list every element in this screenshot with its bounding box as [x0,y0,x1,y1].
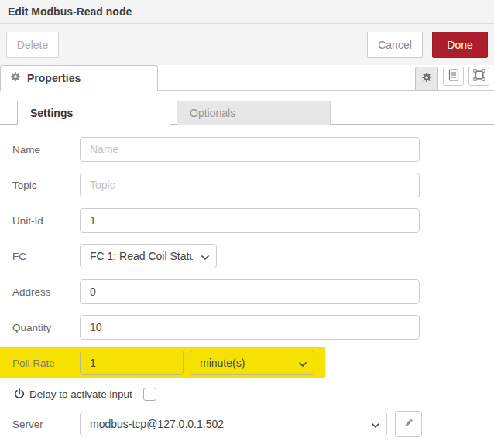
gear-icon [10,71,21,85]
done-button[interactable]: Done [432,32,488,58]
fc-row: FC FC 1: Read Coil Status [12,244,494,268]
server-select[interactable]: modbus-tcp@127.0.0.1:502 [80,412,387,436]
name-label: Name [12,144,80,156]
edit-server-button[interactable] [395,411,422,437]
tab-properties-label: Properties [27,72,81,84]
poll-rate-row: Poll Rate minute(s) [0,347,325,378]
poll-rate-unit-select[interactable]: minute(s) [190,351,314,375]
subtab-optionals-label: Optionals [190,107,235,119]
topic-input[interactable] [80,173,420,197]
subtab-settings[interactable]: Settings [17,101,170,125]
dialog-title: Edit Modbus-Read node [8,5,132,18]
server-row: Server modbus-tcp@127.0.0.1:502 [12,412,494,436]
name-input[interactable] [80,137,420,162]
poll-rate-input[interactable] [80,351,184,375]
subtab-settings-label: Settings [30,107,73,119]
settings-form: Name Topic Unit-Id FC FC 1: Read Coil St… [0,125,494,436]
fc-label: FC [12,251,80,262]
description-tab-button[interactable] [443,67,464,86]
cancel-button[interactable]: Cancel [367,32,423,58]
quantity-label: Quantity [12,322,80,333]
quantity-input[interactable] [80,315,420,340]
delete-button[interactable]: Delete [6,32,59,58]
appearance-tab-button[interactable] [468,67,489,86]
dialog-title-bar: Edit Modbus-Read node [0,0,494,24]
power-icon [14,388,25,399]
delay-checkbox[interactable] [143,388,156,401]
delay-label: Delay to activate input [29,388,132,400]
delay-row: Delay to activate input [12,386,494,402]
unit-id-input[interactable] [80,208,420,233]
unit-id-row: Unit-Id [12,208,494,233]
edit-node-dialog: Edit Modbus-Read node Delete Cancel Done [0,0,494,448]
gear-icon [421,72,432,85]
address-label: Address [12,286,80,298]
document-icon [448,69,459,84]
quantity-row: Quantity [12,315,494,340]
action-button-bar: Delete Cancel Done [0,24,494,65]
editor-tab-bar: Properties [0,65,494,91]
tab-properties[interactable]: Properties [0,65,158,91]
settings-subtab-bar: Settings Optionals [0,101,494,125]
subtab-optionals[interactable]: Optionals [177,101,331,125]
fc-select[interactable]: FC 1: Read Coil Status [80,244,217,268]
address-row: Address [12,279,494,304]
pencil-icon [403,417,414,431]
name-row: Name [12,137,494,162]
properties-gear-tab-button[interactable] [415,67,438,91]
topic-row: Topic [12,173,494,197]
poll-rate-label: Poll Rate [12,357,80,369]
topic-label: Topic [12,180,80,191]
editor-tab-icons [415,67,489,91]
appearance-icon [473,69,485,84]
address-input[interactable] [80,279,420,304]
server-label: Server [12,419,80,430]
unit-id-label: Unit-Id [12,215,80,227]
